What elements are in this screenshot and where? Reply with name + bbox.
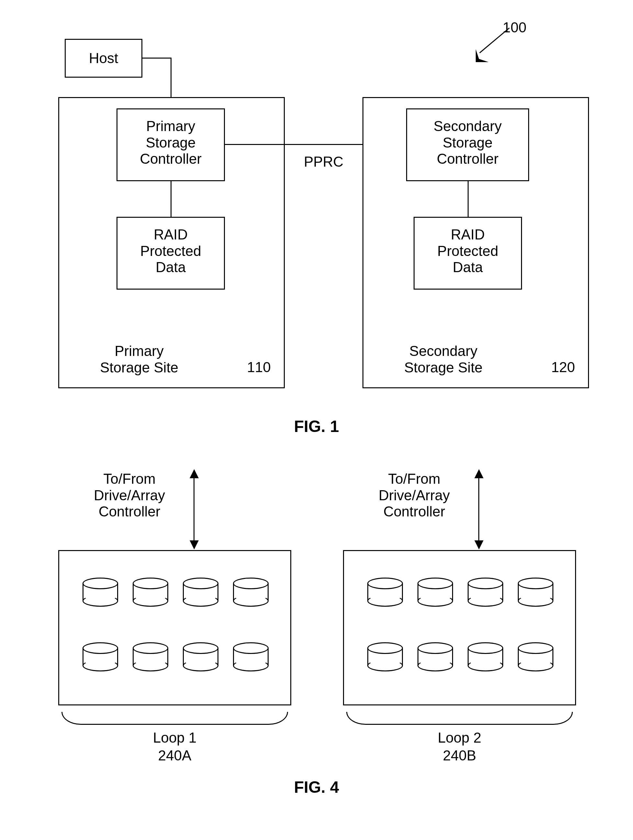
primary-ctrl-to-raid	[170, 181, 172, 217]
disk-icon	[468, 642, 503, 671]
disk-icon	[233, 578, 268, 607]
disk-icon	[82, 578, 118, 607]
secondary-controller-label: Secondary Storage Controller	[406, 118, 529, 167]
page: 100 Host Primary Storage Controller RAID…	[0, 0, 633, 840]
primary-site-label: Primary Storage Site	[81, 343, 197, 376]
primary-raid-label: RAID Protected Data	[117, 226, 225, 276]
secondary-raid-label: RAID Protected Data	[414, 226, 522, 276]
loop2-arrow-up	[474, 469, 483, 478]
disk-icon	[367, 642, 403, 671]
disk-icon	[133, 578, 168, 607]
loop1-name: Loop 1	[58, 729, 291, 746]
disk-icon	[183, 578, 218, 607]
loop2-brace	[346, 712, 573, 725]
disk-icon	[417, 642, 453, 671]
loop2-name: Loop 2	[343, 729, 576, 746]
secondary-ctrl-to-raid	[468, 181, 469, 217]
disk-icon	[417, 578, 453, 607]
fig1-ref-arrow-head	[476, 49, 489, 62]
disk-icon	[518, 578, 553, 607]
loop2-arrow-shaft	[478, 477, 479, 542]
pprc-label: PPRC	[291, 154, 356, 170]
primary-site-ref: 110	[240, 359, 278, 376]
loop1-arrow-shaft	[194, 477, 194, 542]
loop1-arrow-up	[189, 469, 199, 478]
secondary-site-label: Secondary Storage Site	[379, 343, 508, 376]
disk-icon	[133, 642, 168, 671]
loop1-arrow-label: To/From Drive/Array Controller	[76, 471, 183, 520]
disk-icon	[518, 642, 553, 671]
loop1-box	[58, 550, 291, 706]
fig1-caption: FIG. 1	[0, 417, 633, 436]
loop1-ref: 240A	[58, 747, 291, 764]
loop1-brace	[62, 712, 288, 725]
disk-icon	[183, 642, 218, 671]
disk-icon	[367, 578, 403, 607]
fig4-caption: FIG. 4	[0, 778, 633, 797]
loop2-arrow-label: To/From Drive/Array Controller	[361, 471, 468, 520]
fig1-ref-100: 100	[495, 19, 534, 36]
disk-icon	[468, 578, 503, 607]
loop2-box	[343, 550, 576, 706]
loop2-arrow-down	[474, 540, 483, 549]
loop1-arrow-down	[189, 540, 199, 549]
primary-controller-label: Primary Storage Controller	[117, 118, 225, 167]
disk-icon	[233, 642, 268, 671]
loop2-ref: 240B	[343, 747, 576, 764]
secondary-site-ref: 120	[544, 359, 582, 376]
disk-icon	[82, 642, 118, 671]
host-to-ctrl-h	[142, 58, 172, 58]
host-label: Host	[65, 50, 142, 67]
